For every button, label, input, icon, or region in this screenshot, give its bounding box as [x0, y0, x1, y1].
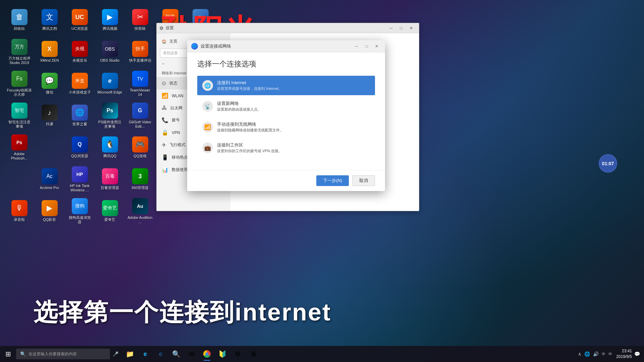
connect-workplace-title: 连接到工作区: [217, 142, 282, 148]
desktop-icon-record[interactable]: 🎙 录音啦: [5, 196, 34, 226]
desktop-icon-audition[interactable]: Au Adobe Audition ...: [126, 196, 154, 226]
wlan-label: WLAN: [172, 94, 183, 98]
desktop-icon-recycle[interactable]: 🗑 回收站: [5, 5, 34, 35]
airplane-icon: ✈: [162, 142, 166, 148]
desktop-icon-edge[interactable]: e Microsoft Edge: [96, 69, 124, 99]
tray-expand-icon[interactable]: ∧: [577, 351, 582, 357]
taskbar-360[interactable]: 🔰: [215, 347, 230, 361]
tray-network-icon[interactable]: 🌐: [584, 351, 591, 357]
cctv-label: 央视音乐: [72, 58, 87, 63]
airplane-label: 飞行模式: [169, 142, 185, 148]
status-icon: ⊙: [162, 80, 166, 86]
dialup-label: 拨号: [172, 117, 180, 123]
start-button[interactable]: ⊞: [0, 346, 16, 362]
desktop-icon-teamviewer[interactable]: TV TeamViewer 14: [126, 69, 154, 99]
desktop-icon-cctv[interactable]: 央视 央视音乐: [65, 37, 94, 67]
settings-maximize-btn[interactable]: □: [396, 23, 406, 33]
clock-date: 2019/9/5: [616, 354, 632, 360]
record-icon: 🎙: [11, 200, 28, 216]
dialog-heading: 选择一个连接选项: [197, 59, 375, 69]
option-connect-workplace[interactable]: 💼 连接到工作区 设置到你的工作区的拨号或 VPN 连接。: [197, 138, 375, 158]
uc-icon: UC: [72, 9, 88, 25]
desktop-icon-qqgame[interactable]: 🎮 QQ游戏: [126, 132, 154, 163]
desktop-icon-empty5: [5, 164, 34, 194]
search-icon: 🔍: [20, 351, 26, 357]
desktop-icon-xiaomi[interactable]: 米盒 小米游戏盒子: [65, 69, 94, 99]
desktop-icon-uc[interactable]: UC UC浏览器: [65, 5, 94, 35]
obs-label: OBS Studio: [100, 58, 119, 63]
obs-icon: OBS: [102, 41, 118, 57]
desktop-icon-zhihui[interactable]: 智宅 智宅生活注意事项: [5, 101, 34, 131]
taskbar-store[interactable]: 🛍: [184, 347, 199, 361]
desktop-icon-jianying[interactable]: ✂ 快剪辑: [126, 5, 154, 35]
wireless-label: 百毒管理器: [101, 186, 119, 190]
desktop-icon-wechat[interactable]: 💬 微信: [35, 69, 64, 99]
dialog-maximize-btn[interactable]: □: [362, 43, 371, 50]
desktop-icon-ps-note[interactable]: Ps PS插件使用注意事项: [96, 101, 124, 131]
taskbar-settings-app[interactable]: ⚙: [230, 347, 245, 361]
desktop-icon-xmind[interactable]: X XMind ZEN: [35, 37, 64, 67]
dialog-title-icon: 🌐: [191, 43, 198, 50]
vpn-label: VPN: [172, 130, 180, 135]
cancel-button[interactable]: 取消: [352, 175, 375, 186]
douyin-label: 抖课: [46, 122, 53, 126]
desktop-icon-360[interactable]: 3 360管理器: [126, 164, 154, 194]
desktop-icon-gilisoft[interactable]: G GiliSoft Video Edit...: [126, 101, 154, 131]
xiaomi-icon: 米盒: [72, 73, 88, 89]
taskbar-chrome[interactable]: [200, 347, 214, 361]
desktop-icon-aiqiyi[interactable]: 爱奇艺 爱奇艺: [96, 196, 124, 226]
taskbar-clock[interactable]: 23:41 2019/9/5: [616, 348, 632, 360]
desktop-icon-shijie[interactable]: 🌐 世界之窗: [65, 101, 94, 131]
dialog-close-btn[interactable]: ✕: [372, 43, 381, 50]
recycle-label: 回收站: [14, 26, 25, 31]
douyin-icon: ♪: [42, 105, 58, 121]
option-connect-internet[interactable]: 🌐 连接到 Internet 设置宽带或拨号连接，连接到 Internet。: [197, 76, 375, 95]
arctime-label: Arctime Pro: [40, 186, 59, 190]
taskbar-explorer[interactable]: 📁: [122, 347, 137, 361]
tray-ime-icon[interactable]: 中: [608, 351, 613, 357]
desktop-icon-arctime[interactable]: Ac Arctime Pro: [35, 164, 64, 194]
taskbar-ie[interactable]: e: [153, 347, 168, 361]
taskbar-edge[interactable]: e: [138, 347, 153, 361]
connect-internet-icon: 🌐: [202, 80, 213, 91]
action-center-icon[interactable]: 💬: [634, 351, 641, 357]
taskbar-search-app[interactable]: 🔍: [169, 347, 183, 361]
taskbar-devtools[interactable]: 🖥: [246, 347, 261, 361]
desktop-icon-focusky[interactable]: Fs Focusky动画演示大师: [5, 69, 34, 99]
next-step-button[interactable]: 下一步(N): [316, 175, 349, 186]
desktop-icon-qqapp[interactable]: 🐧 腾讯QQ: [96, 132, 124, 163]
tray-volume-icon[interactable]: 🔊: [592, 351, 599, 357]
new-network-text: 设置新网络 设置新的路由器或接入点。: [217, 101, 261, 112]
ethernet-label: 以太网: [170, 105, 182, 111]
desktop-icon-tx-video[interactable]: ▶ 腾讯视频: [96, 5, 124, 35]
taskbar-search-area[interactable]: 🔍 在这里输入你要搜索的内容: [16, 349, 110, 359]
desktop-icon-wireless[interactable]: 百毒 百毒管理器: [96, 164, 124, 194]
desktop-icon-sogou[interactable]: 搜狗 搜狗高速浏览器: [65, 196, 94, 226]
sogou-label: 搜狗高速浏览器: [67, 216, 92, 224]
desktop-icon-kuaishou[interactable]: 快手 快手直播伴侣: [126, 37, 154, 67]
option-new-network[interactable]: 📡 设置新网络 设置新的路由器或接入点。: [197, 97, 375, 116]
mic-button[interactable]: 🎤: [110, 349, 121, 359]
settings-minimize-btn[interactable]: ─: [386, 23, 396, 33]
option-manual-wireless[interactable]: 📶 手动连接到无线网络 连接到隐藏网络或创建新无线配置文件。: [197, 117, 375, 137]
360-label: 360管理器: [131, 186, 149, 190]
sogou-icon: 搜狗: [72, 198, 88, 214]
desktop-icon-empty4: [35, 132, 64, 163]
tray-battery-icon[interactable]: 中: [601, 351, 606, 357]
dialog-minimize-btn[interactable]: ─: [352, 43, 361, 50]
desktop-icon-qqvideo[interactable]: ▶ QQ影音: [35, 196, 64, 226]
dialup-icon: 📞: [162, 117, 168, 123]
recycle-icon: 🗑: [11, 9, 28, 25]
desktop-icon-douyin[interactable]: ♪ 抖课: [35, 101, 64, 131]
manual-wireless-text: 手动连接到无线网络 连接到隐藏网络或创建新无线配置文件。: [217, 121, 283, 133]
desktop-icon-tencent-doc[interactable]: 文 腾讯文档: [35, 5, 64, 35]
desktop-icon-photoshop[interactable]: Ps Adobe Photosh...: [5, 132, 34, 163]
new-network-icon: 📡: [202, 101, 213, 112]
gilisoft-icon: G: [132, 103, 148, 119]
desktop-icon-wanfang[interactable]: 万方 万方独立程序Studio 2019: [5, 37, 34, 67]
settings-close-btn[interactable]: ✕: [406, 23, 416, 33]
desktop-icon-hp[interactable]: HP HP Ink Tank Wireless ...: [65, 164, 94, 194]
tencent-doc-label: 腾讯文档: [42, 26, 57, 31]
desktop-icon-qqbrowser[interactable]: Q QQ浏览器: [65, 132, 94, 163]
desktop-icon-obs[interactable]: OBS OBS Studio: [96, 37, 124, 67]
